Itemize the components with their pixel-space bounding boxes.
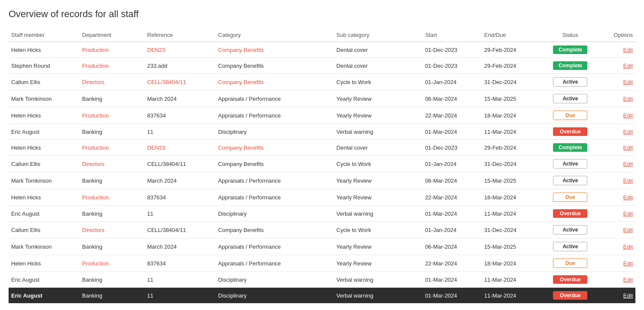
cell-cat: Company Benefits — [216, 156, 334, 172]
cell-cat: Company Benefits — [216, 74, 334, 90]
cell-cat: Disciplinary — [216, 124, 334, 140]
cell-end: 29-Feb-2024 — [482, 140, 541, 156]
edit-link[interactable]: Edit — [623, 244, 633, 250]
status-badge: Active — [553, 176, 587, 185]
cell-options: Edit — [600, 172, 635, 189]
cell-ref: 233.add — [145, 58, 216, 74]
cell-ref: 11 — [145, 288, 216, 304]
cell-options: Edit — [600, 288, 635, 304]
cell-subcat: Verbal warning — [334, 288, 423, 304]
edit-link[interactable]: Edit — [623, 129, 633, 135]
status-badge: Active — [553, 77, 587, 87]
cell-options: Edit — [600, 140, 635, 156]
cell-options: Edit — [600, 255, 635, 272]
cell-ref: March 2024 — [145, 172, 216, 189]
edit-link[interactable]: Edit — [623, 63, 633, 69]
table-row: Mark Tomkinson Banking March 2024 Apprai… — [9, 238, 635, 255]
cell-options: Edit — [600, 206, 635, 222]
table-row: Stephen Round Production 233.add Company… — [9, 58, 635, 74]
cell-staff: Helen Hicks — [9, 107, 79, 124]
col-header-start: Start — [422, 28, 482, 42]
cell-status: Active — [541, 74, 600, 90]
edit-link[interactable]: Edit — [623, 292, 633, 299]
cell-start: 01-Mar-2024 — [422, 124, 482, 140]
page-title: Overview of records for all staff — [9, 9, 635, 20]
edit-link[interactable]: Edit — [623, 260, 633, 267]
cell-status: Overdue — [541, 206, 600, 222]
cell-start: 01-Dec-2023 — [422, 58, 482, 74]
cell-status: Due — [541, 107, 600, 124]
cell-start: 06-Mar-2024 — [422, 238, 482, 255]
cell-subcat: Yearly Review — [334, 107, 423, 124]
edit-link[interactable]: Edit — [623, 47, 633, 53]
status-badge: Overdue — [553, 291, 587, 300]
cell-status: Active — [541, 222, 600, 238]
cell-start: 01-Jan-2024 — [422, 156, 482, 172]
cell-options: Edit — [600, 238, 635, 255]
cell-dept: Production — [79, 107, 145, 124]
cell-status: Active — [541, 90, 600, 107]
edit-link[interactable]: Edit — [623, 194, 633, 201]
cell-status: Overdue — [541, 124, 600, 140]
status-badge: Complete — [553, 143, 587, 152]
cell-subcat: Dental cover — [334, 140, 423, 156]
status-badge: Due — [553, 259, 587, 268]
cell-dept: Banking — [79, 288, 145, 304]
cell-status: Active — [541, 238, 600, 255]
status-badge: Due — [553, 111, 587, 120]
cell-end: 11-Mar-2024 — [482, 206, 541, 222]
table-row: Callum Ellis Directors CELL/38404/11 Com… — [9, 222, 635, 238]
edit-link[interactable]: Edit — [623, 144, 633, 151]
cell-dept: Production — [79, 255, 145, 272]
cell-ref: CELL/38404/11 — [145, 74, 216, 90]
col-header-subcat: Sub category — [334, 28, 423, 42]
edit-link[interactable]: Edit — [623, 79, 633, 85]
cell-ref: March 2024 — [145, 90, 216, 107]
cell-staff: Stephen Round — [9, 58, 79, 74]
cell-dept: Production — [79, 140, 145, 156]
col-header-status: Status — [541, 28, 600, 42]
edit-link[interactable]: Edit — [623, 96, 633, 102]
cell-end: 11-Mar-2024 — [482, 272, 541, 288]
cell-staff: Mark Tomkinson — [9, 172, 79, 189]
cell-staff: Eric August — [9, 272, 79, 288]
cell-cat: Appraisals / Performance — [216, 189, 334, 206]
cell-ref: DEN23 — [145, 42, 216, 58]
cell-end: 11-Mar-2024 — [482, 124, 541, 140]
cell-end: 15-Mar-2025 — [482, 172, 541, 189]
table-row: Eric August Banking 11 Disciplinary Verb… — [9, 288, 635, 304]
cell-cat: Appraisals / Performance — [216, 255, 334, 272]
cell-status: Overdue — [541, 288, 600, 304]
cell-staff: Helen Hicks — [9, 140, 79, 156]
table-row: Eric August Banking 11 Disciplinary Verb… — [9, 124, 635, 140]
table-row: Eric August Banking 11 Disciplinary Verb… — [9, 206, 635, 222]
cell-end: 31-Dec-2024 — [482, 156, 541, 172]
col-header-end: End/Due — [482, 28, 541, 42]
cell-status: Complete — [541, 140, 600, 156]
status-badge: Active — [553, 159, 587, 169]
cell-cat: Disciplinary — [216, 288, 334, 304]
cell-ref: 837634 — [145, 189, 216, 206]
status-badge: Overdue — [553, 127, 587, 136]
edit-link[interactable]: Edit — [623, 161, 633, 167]
edit-link[interactable]: Edit — [623, 178, 633, 184]
table-row: Helen Hicks Production 837634 Appraisals… — [9, 189, 635, 206]
edit-link[interactable]: Edit — [623, 211, 633, 217]
cell-cat: Appraisals / Performance — [216, 172, 334, 189]
cell-options: Edit — [600, 42, 635, 58]
cell-options: Edit — [600, 189, 635, 206]
cell-start: 01-Jan-2024 — [422, 222, 482, 238]
cell-status: Overdue — [541, 272, 600, 288]
status-badge: Active — [553, 225, 587, 235]
cell-subcat: Verbal warning — [334, 206, 423, 222]
cell-staff: Callum Ellis — [9, 222, 79, 238]
status-badge: Overdue — [553, 275, 587, 284]
edit-link[interactable]: Edit — [623, 277, 633, 283]
cell-dept: Banking — [79, 90, 145, 107]
cell-end: 15-Mar-2025 — [482, 238, 541, 255]
edit-link[interactable]: Edit — [623, 112, 633, 119]
cell-staff: Helen Hicks — [9, 255, 79, 272]
edit-link[interactable]: Edit — [623, 227, 633, 233]
cell-end: 18-Mar-2024 — [482, 107, 541, 124]
cell-dept: Banking — [79, 172, 145, 189]
